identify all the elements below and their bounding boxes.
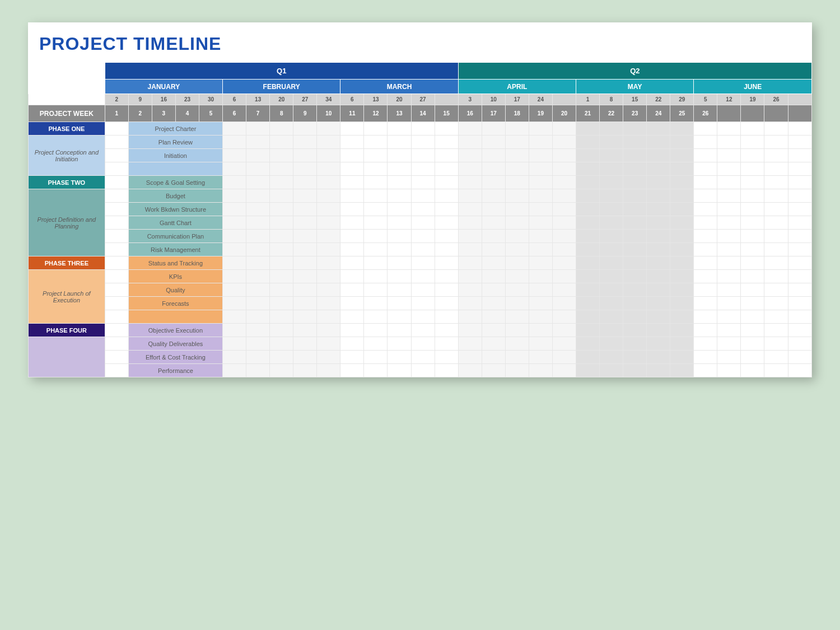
grid-cell[interactable] xyxy=(788,364,811,377)
grid-cell[interactable] xyxy=(600,283,623,297)
grid-cell[interactable] xyxy=(694,230,717,243)
grid-cell[interactable] xyxy=(764,351,788,364)
grid-cell[interactable] xyxy=(105,256,128,270)
grid-cell[interactable] xyxy=(293,243,317,256)
grid-cell[interactable] xyxy=(340,162,364,176)
grid-cell[interactable] xyxy=(340,230,364,243)
grid-cell[interactable] xyxy=(717,310,741,324)
grid-cell[interactable] xyxy=(340,364,364,377)
grid-cell[interactable] xyxy=(435,256,458,270)
grid-cell[interactable] xyxy=(435,243,458,256)
grid-cell[interactable] xyxy=(105,216,128,230)
task-bar[interactable]: Gantt Chart xyxy=(128,216,222,230)
grid-cell[interactable] xyxy=(293,203,317,216)
grid-cell[interactable] xyxy=(317,297,340,310)
grid-cell[interactable] xyxy=(482,310,505,324)
grid-cell[interactable] xyxy=(576,283,599,297)
grid-cell[interactable] xyxy=(741,310,764,324)
grid-cell[interactable] xyxy=(482,324,505,337)
grid-cell[interactable] xyxy=(741,351,764,364)
grid-cell[interactable] xyxy=(364,351,388,364)
grid-cell[interactable] xyxy=(458,364,482,377)
grid-cell[interactable] xyxy=(505,203,529,216)
grid-cell[interactable] xyxy=(388,324,411,337)
grid-cell[interactable] xyxy=(647,203,670,216)
grid-cell[interactable] xyxy=(717,162,741,176)
grid-cell[interactable] xyxy=(623,283,647,297)
grid-cell[interactable] xyxy=(647,324,670,337)
grid-cell[interactable] xyxy=(647,149,670,162)
grid-cell[interactable] xyxy=(788,256,811,270)
grid-cell[interactable] xyxy=(270,243,293,256)
grid-cell[interactable] xyxy=(600,149,623,162)
grid-cell[interactable] xyxy=(529,337,552,351)
grid-cell[interactable] xyxy=(505,122,529,136)
grid-cell[interactable] xyxy=(411,189,435,203)
grid-cell[interactable] xyxy=(388,310,411,324)
grid-cell[interactable] xyxy=(670,297,694,310)
grid-cell[interactable] xyxy=(623,270,647,283)
task-bar[interactable]: Budget xyxy=(128,189,222,203)
grid-cell[interactable] xyxy=(388,136,411,149)
grid-cell[interactable] xyxy=(293,216,317,230)
grid-cell[interactable] xyxy=(270,216,293,230)
grid-cell[interactable] xyxy=(552,337,576,351)
grid-cell[interactable] xyxy=(764,243,788,256)
grid-cell[interactable] xyxy=(552,176,576,189)
grid-cell[interactable] xyxy=(482,297,505,310)
grid-cell[interactable] xyxy=(694,324,717,337)
grid-cell[interactable] xyxy=(670,162,694,176)
grid-cell[interactable] xyxy=(458,324,482,337)
grid-cell[interactable] xyxy=(458,230,482,243)
grid-cell[interactable] xyxy=(788,230,811,243)
grid-cell[interactable] xyxy=(317,283,340,297)
grid-cell[interactable] xyxy=(670,243,694,256)
grid-cell[interactable] xyxy=(717,270,741,283)
grid-cell[interactable] xyxy=(364,176,388,189)
grid-cell[interactable] xyxy=(647,364,670,377)
grid-cell[interactable] xyxy=(317,364,340,377)
grid-cell[interactable] xyxy=(105,189,128,203)
grid-cell[interactable] xyxy=(435,162,458,176)
grid-cell[interactable] xyxy=(694,283,717,297)
grid-cell[interactable] xyxy=(246,364,270,377)
grid-cell[interactable] xyxy=(458,176,482,189)
grid-cell[interactable] xyxy=(435,364,458,377)
grid-cell[interactable] xyxy=(623,297,647,310)
grid-cell[interactable] xyxy=(788,203,811,216)
grid-cell[interactable] xyxy=(694,203,717,216)
grid-cell[interactable] xyxy=(482,283,505,297)
task-bar[interactable]: KPIs xyxy=(128,270,222,283)
grid-cell[interactable] xyxy=(647,351,670,364)
grid-cell[interactable] xyxy=(647,297,670,310)
grid-cell[interactable] xyxy=(529,364,552,377)
grid-cell[interactable] xyxy=(741,337,764,351)
grid-cell[interactable] xyxy=(340,324,364,337)
task-bar[interactable]: Forecasts xyxy=(128,297,222,310)
grid-cell[interactable] xyxy=(670,283,694,297)
grid-cell[interactable] xyxy=(623,203,647,216)
grid-cell[interactable] xyxy=(694,136,717,149)
grid-cell[interactable] xyxy=(482,189,505,203)
grid-cell[interactable] xyxy=(364,283,388,297)
grid-cell[interactable] xyxy=(741,256,764,270)
task-bar[interactable]: Risk Management xyxy=(128,243,222,256)
grid-cell[interactable] xyxy=(364,230,388,243)
grid-cell[interactable] xyxy=(576,243,599,256)
grid-cell[interactable] xyxy=(105,297,128,310)
grid-cell[interactable] xyxy=(223,203,246,216)
grid-cell[interactable] xyxy=(411,283,435,297)
grid-cell[interactable] xyxy=(411,364,435,377)
grid-cell[interactable] xyxy=(482,162,505,176)
grid-cell[interactable] xyxy=(482,230,505,243)
grid-cell[interactable] xyxy=(717,122,741,136)
grid-cell[interactable] xyxy=(529,176,552,189)
grid-cell[interactable] xyxy=(717,243,741,256)
grid-cell[interactable] xyxy=(246,162,270,176)
grid-cell[interactable] xyxy=(647,176,670,189)
grid-cell[interactable] xyxy=(317,256,340,270)
grid-cell[interactable] xyxy=(105,176,128,189)
grid-cell[interactable] xyxy=(364,243,388,256)
grid-cell[interactable] xyxy=(482,256,505,270)
grid-cell[interactable] xyxy=(505,351,529,364)
